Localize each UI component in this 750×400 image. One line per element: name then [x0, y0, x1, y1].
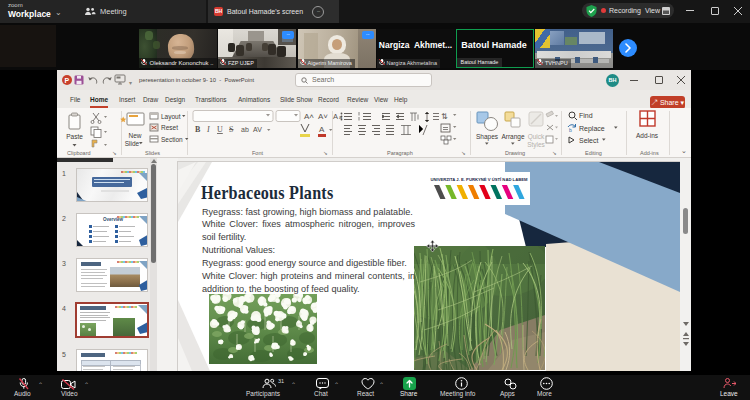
- svg-text:⇅: ⇅: [441, 112, 448, 121]
- svg-text:Styles: Styles: [527, 141, 545, 149]
- svg-text:U: U: [217, 125, 223, 134]
- svg-text:Add-ins: Add-ins: [636, 132, 659, 139]
- svg-text:Reset: Reset: [161, 124, 178, 131]
- svg-text:S: S: [229, 125, 233, 134]
- svg-text:Layout: Layout: [161, 113, 181, 121]
- svg-text:b: b: [569, 127, 572, 133]
- svg-text:A: A: [333, 112, 338, 121]
- svg-text:UNIVERZITA J. E. PURKYNĖ V ÚST: UNIVERZITA J. E. PURKYNĖ V ÚSTÍ NAD LABE…: [431, 177, 528, 182]
- svg-text:Paste: Paste: [66, 133, 83, 140]
- svg-text:A: A: [319, 125, 325, 134]
- svg-text:Arrange: Arrange: [501, 133, 525, 141]
- svg-text:AV: AV: [253, 126, 262, 133]
- svg-text:New: New: [128, 132, 141, 139]
- svg-text:Section: Section: [161, 136, 183, 143]
- svg-text:Select: Select: [579, 137, 599, 144]
- svg-text:I: I: [206, 125, 210, 134]
- svg-text:Find: Find: [579, 112, 593, 119]
- svg-text:A˄: A˄: [304, 112, 314, 121]
- svg-text:Slide: Slide: [125, 140, 140, 147]
- svg-text:A˅: A˅: [318, 112, 328, 121]
- svg-text:Shapes: Shapes: [476, 133, 499, 141]
- svg-text:Replace: Replace: [579, 125, 605, 133]
- svg-text:B: B: [195, 125, 201, 134]
- svg-text:ab: ab: [241, 126, 249, 133]
